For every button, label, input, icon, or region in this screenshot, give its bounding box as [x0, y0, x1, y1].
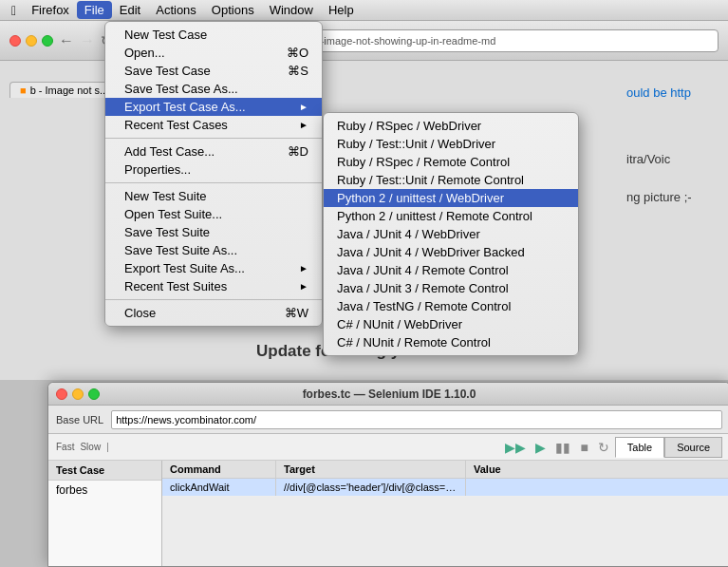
- menu-bar:  Firefox File Edit Actions Options Wind…: [0, 0, 728, 21]
- speed-separator: |: [106, 442, 109, 452]
- export-csharp-nunit-remote[interactable]: C# / NUnit / Remote Control: [324, 333, 578, 351]
- playback-bar: Fast Slow | ▶▶ ▶ ▮▮ ■ ↻ Table Source: [48, 434, 728, 461]
- edit-menu[interactable]: Edit: [112, 1, 148, 19]
- menu-new-test-case[interactable]: New Test Case: [105, 26, 322, 44]
- menu-save-test-case[interactable]: Save Test Case ⌘S: [105, 62, 322, 80]
- window-menu[interactable]: Window: [262, 1, 321, 19]
- selenium-close-button[interactable]: [56, 388, 67, 400]
- minimize-button[interactable]: [26, 35, 37, 47]
- back-button[interactable]: ←: [59, 32, 74, 49]
- selenium-url-toolbar: Base URL: [48, 406, 728, 434]
- play-button[interactable]: ▶: [535, 440, 546, 455]
- table-header: Command Target Value: [162, 461, 728, 479]
- traffic-lights: [9, 35, 53, 47]
- selenium-maximize-button[interactable]: [88, 388, 100, 400]
- cell-value: [466, 479, 728, 496]
- submenu-arrow-recent-suites: ►: [299, 281, 308, 292]
- export-ruby-rspec-webdriver[interactable]: Ruby / RSpec / WebDriver: [324, 117, 578, 135]
- export-java-junit4-webdriver-backed[interactable]: Java / JUnit 4 / WebDriver Backed: [324, 243, 578, 261]
- page-content-link: ould be http: [626, 85, 691, 100]
- firefox-menu[interactable]: Firefox: [24, 1, 77, 19]
- selenium-tabs: Table Source: [615, 437, 722, 458]
- menu-recent-test-cases[interactable]: Recent Test Cases ►: [105, 116, 322, 134]
- tab-table[interactable]: Table: [615, 437, 664, 458]
- export-csharp-nunit-webdriver[interactable]: C# / NUnit / WebDriver: [324, 315, 578, 333]
- submenu-arrow: ►: [299, 102, 308, 112]
- cell-target: //div[@class='header']/div[@class='conti…: [276, 479, 466, 496]
- export-ruby-testunit-webdriver[interactable]: Ruby / Test::Unit / WebDriver: [324, 135, 578, 153]
- menu-save-test-suite-as[interactable]: Save Test Suite As...: [105, 241, 322, 259]
- menu-open[interactable]: Open... ⌘O: [105, 44, 322, 62]
- play-all-button[interactable]: ▶▶: [505, 440, 526, 455]
- page-content-2: itra/Voic: [626, 152, 670, 166]
- base-url-label: Base URL: [56, 414, 103, 425]
- maximize-button[interactable]: [42, 35, 53, 47]
- menu-save-test-case-as[interactable]: Save Test Case As...: [105, 80, 322, 98]
- apple-menu[interactable]: : [4, 1, 24, 20]
- selenium-body: Test Case forbes Command Target Value cl…: [48, 461, 728, 566]
- menu-export-test-suite-as[interactable]: Export Test Suite As... ►: [105, 259, 322, 277]
- menu-close[interactable]: Close ⌘W: [105, 304, 322, 322]
- test-case-item-forbes[interactable]: forbes: [48, 481, 161, 500]
- menu-new-test-suite[interactable]: New Test Suite: [105, 187, 322, 205]
- menu-add-test-case[interactable]: Add Test Case... ⌘D: [105, 142, 322, 161]
- test-content: Command Target Value clickAndWait //div[…: [162, 461, 728, 566]
- submenu-arrow-recent: ►: [299, 120, 308, 130]
- cell-command: clickAndWait: [162, 479, 276, 496]
- export-java-testng-remote[interactable]: Java / TestNG / Remote Control: [324, 297, 578, 315]
- file-menu[interactable]: File: [77, 1, 112, 19]
- menu-recent-test-suites[interactable]: Recent Test Suites ►: [105, 277, 322, 295]
- export-submenu: Ruby / RSpec / WebDriver Ruby / Test::Un…: [323, 112, 579, 356]
- submenu-arrow-suite: ►: [299, 263, 308, 274]
- close-button[interactable]: [9, 35, 21, 47]
- base-url-input[interactable]: [111, 410, 722, 429]
- page-content-3: ng picture ;-: [626, 190, 692, 204]
- selenium-title: forbes.tc — Selenium IDE 1.10.0: [105, 387, 673, 401]
- stop-button[interactable]: ■: [580, 440, 588, 455]
- export-java-junit4-remote[interactable]: Java / JUnit 4 / Remote Control: [324, 261, 578, 279]
- tab-label: b - Image not s...: [30, 85, 109, 96]
- export-ruby-testunit-remote[interactable]: Ruby / Test::Unit / Remote Control: [324, 171, 578, 189]
- export-python2-unittest-webdriver[interactable]: Python 2 / unittest / WebDriver: [324, 189, 578, 207]
- menu-properties[interactable]: Properties...: [105, 161, 322, 179]
- export-ruby-rspec-remote[interactable]: Ruby / RSpec / Remote Control: [324, 153, 578, 171]
- selenium-traffic-lights: [56, 388, 100, 400]
- speed-fast: Fast: [56, 442, 74, 452]
- file-dropdown: New Test Case Open... ⌘O Save Test Case …: [104, 21, 323, 327]
- help-menu[interactable]: Help: [321, 1, 362, 19]
- test-case-panel-header: Test Case: [48, 461, 161, 481]
- options-menu[interactable]: Options: [204, 1, 262, 19]
- menu-open-test-suite[interactable]: Open Test Suite...: [105, 205, 322, 223]
- selenium-titlebar: forbes.tc — Selenium IDE 1.10.0: [48, 383, 728, 406]
- col-header-value: Value: [466, 461, 728, 478]
- test-case-panel: Test Case forbes: [48, 461, 162, 566]
- tab-source[interactable]: Source: [664, 437, 722, 458]
- browser-window:  Firefox File Edit Actions Options Wind…: [0, 0, 728, 380]
- separator-3: [105, 299, 322, 300]
- pause-button[interactable]: ▮▮: [555, 440, 570, 455]
- selenium-minimize-button[interactable]: [72, 388, 84, 400]
- separator-2: [105, 182, 322, 183]
- actions-menu[interactable]: Actions: [148, 1, 204, 19]
- selenium-window: forbes.tc — Selenium IDE 1.10.0 Base URL…: [47, 382, 728, 567]
- menu-export-test-case-as[interactable]: Export Test Case As... ►: [105, 98, 322, 116]
- rollup-button[interactable]: ↻: [598, 440, 609, 455]
- forward-button[interactable]: →: [80, 32, 95, 49]
- separator-1: [105, 138, 322, 139]
- export-java-junit3-remote[interactable]: Java / JUnit 3 / Remote Control: [324, 279, 578, 297]
- export-python2-unittest-remote[interactable]: Python 2 / unittest / Remote Control: [324, 207, 578, 225]
- export-java-junit4-webdriver[interactable]: Java / JUnit 4 / WebDriver: [324, 225, 578, 243]
- col-header-target: Target: [276, 461, 466, 478]
- col-header-command: Command: [162, 461, 276, 478]
- table-row[interactable]: clickAndWait //div[@class='header']/div[…: [162, 479, 728, 497]
- tab-favicon: ■: [20, 85, 27, 96]
- speed-slow: Slow: [80, 442, 101, 452]
- menu-save-test-suite[interactable]: Save Test Suite: [105, 223, 322, 241]
